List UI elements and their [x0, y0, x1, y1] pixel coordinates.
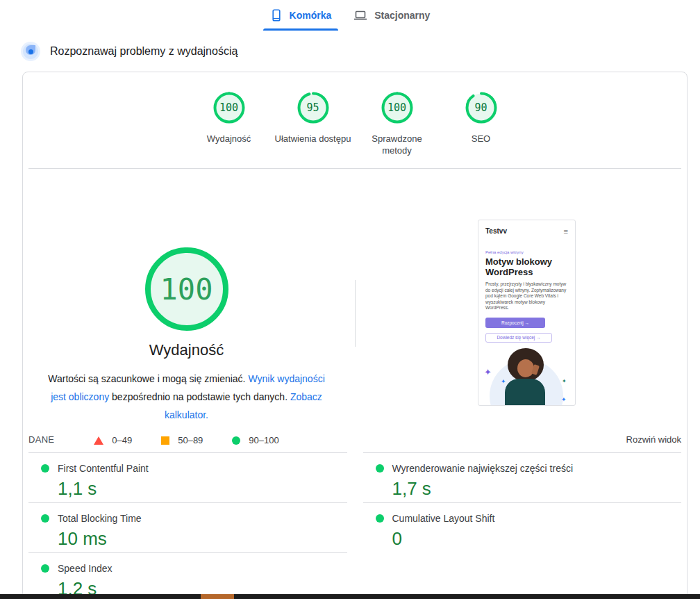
metric-speed-index: Speed Index 1,2 s [28, 552, 347, 599]
tab-desktop-label: Stacjonarny [374, 10, 430, 21]
thumb-heading: Motyw blokowy WordPress [485, 256, 568, 277]
metric-name: Total Blocking Time [58, 513, 142, 524]
star-icon: ✦ [562, 379, 567, 384]
tab-desktop[interactable]: Stacjonarny [342, 0, 441, 31]
score-value: 95 [297, 92, 329, 124]
performance-gauge: 100 [145, 247, 228, 331]
pass-dot-icon [41, 564, 49, 573]
phone-icon [270, 9, 283, 22]
score-value: 90 [465, 92, 497, 124]
device-tabs: Komórka Stacjonarny [0, 0, 700, 32]
thumb-primary-button: Rozpocznij → [485, 318, 545, 328]
page-screenshot-thumbnail[interactable]: Testvv ≡ Pełna edycja witryny Motyw blok… [478, 220, 576, 406]
photo-person-face [517, 359, 534, 377]
metrics-left-column: First Contentful Paint 1,1 s Total Block… [28, 452, 347, 599]
pagespeed-gauge-icon [21, 42, 40, 61]
metrics-right-column: Wyrenderowanie największej części treści… [363, 452, 682, 599]
score-ring: 100 [213, 92, 245, 124]
metric-first-contentful-paint: First Contentful Paint 1,1 s [28, 452, 347, 502]
bottom-edge-orange-segment [201, 594, 234, 599]
vertical-divider [355, 280, 356, 347]
score-ring: 95 [297, 92, 329, 124]
performance-gauge-section: 100 Wydajność Wartości są szacunkowe i m… [28, 247, 344, 445]
score-value: 100 [381, 92, 413, 124]
thumb-eyebrow: Pełna edycja witryny [485, 250, 568, 254]
pagespeed-insights-page: Komórka Stacjonarny Rozpoznawaj problemy… [0, 0, 700, 599]
thumb-header: Testvv ≡ [478, 220, 575, 235]
note-text: bezpośrednio na podstawie tych danych. [109, 391, 290, 402]
thumb-secondary-button: Dowiedz się więcej → [485, 333, 552, 343]
bottom-window-edge [0, 594, 700, 599]
thumb-body-text: Prosty, przejrzysty i błyskawiczny motyw… [485, 281, 568, 311]
pass-dot-icon [41, 464, 49, 473]
category-scores: 100 Wydajność 95 Ułatwienia dostępu [23, 92, 687, 156]
score-ring: 90 [465, 92, 497, 124]
thumb-photo: ✦ ✦ ✦ ✦ [478, 344, 575, 405]
star-icon: ✦ [561, 397, 567, 403]
pass-dot-icon [41, 514, 49, 523]
metric-largest-contentful-paint: Wyrenderowanie największej części treści… [363, 452, 682, 502]
metrics-section-title: DANE [28, 434, 54, 445]
active-tab-indicator [263, 28, 339, 31]
laptop-icon [353, 9, 367, 22]
score-label: Wydajność [207, 133, 251, 145]
metric-value: 0 [392, 528, 682, 550]
pass-dot-icon [376, 464, 384, 473]
metric-name: Cumulative Layout Shift [392, 513, 495, 524]
score-label: Sprawdzone metody [359, 133, 435, 156]
metric-name: Speed Index [58, 563, 112, 574]
diagnose-header: Rozpoznawaj problemy z wydajnością [21, 42, 238, 61]
score-label: Ułatwienia dostępu [275, 133, 351, 145]
star-icon: ✦ [484, 368, 492, 377]
photo-person-body [505, 379, 545, 405]
diagnose-label: Rozpoznawaj problemy z wydajnością [50, 45, 238, 58]
metric-name: First Contentful Paint [58, 463, 149, 474]
score-best-practices[interactable]: 100 Sprawdzone metody [355, 92, 439, 156]
metric-total-blocking-time: Total Blocking Time 10 ms [28, 502, 347, 552]
performance-title: Wydajność [149, 341, 224, 359]
score-label: SEO [472, 133, 490, 145]
metric-cumulative-layout-shift: Cumulative Layout Shift 0 [363, 502, 682, 552]
performance-score-value: 100 [145, 247, 228, 331]
star-icon: ✦ [501, 379, 506, 385]
report-card: 100 Wydajność 95 Ułatwienia dostępu [22, 72, 688, 599]
metrics-grid: First Contentful Paint 1,1 s Total Block… [28, 452, 681, 599]
metric-value: 1,7 s [392, 478, 682, 500]
performance-note: Wartości są szacunkowe i mogą się zmieni… [45, 370, 328, 424]
tab-mobile-label: Komórka [290, 10, 332, 21]
metrics-header: DANE Rozwiń widok [28, 434, 681, 445]
score-ring: 100 [381, 92, 413, 124]
score-seo[interactable]: 90 SEO [439, 92, 523, 156]
thumb-site-title: Testvv [485, 227, 507, 235]
expand-view-link[interactable]: Rozwiń widok [626, 434, 681, 445]
metric-value: 1,1 s [58, 478, 347, 500]
hamburger-menu-icon: ≡ [564, 229, 568, 234]
metric-value: 10 ms [58, 528, 347, 550]
note-text: Wartości są szacunkowe i mogą się zmieni… [48, 373, 248, 384]
pass-dot-icon [376, 514, 384, 523]
score-value: 100 [213, 92, 245, 124]
score-performance[interactable]: 100 Wydajność [187, 92, 271, 156]
score-accessibility[interactable]: 95 Ułatwienia dostępu [271, 92, 355, 156]
metric-name: Wyrenderowanie największej części treści [392, 463, 574, 474]
tab-mobile[interactable]: Komórka [259, 0, 343, 31]
scores-divider [28, 168, 681, 169]
